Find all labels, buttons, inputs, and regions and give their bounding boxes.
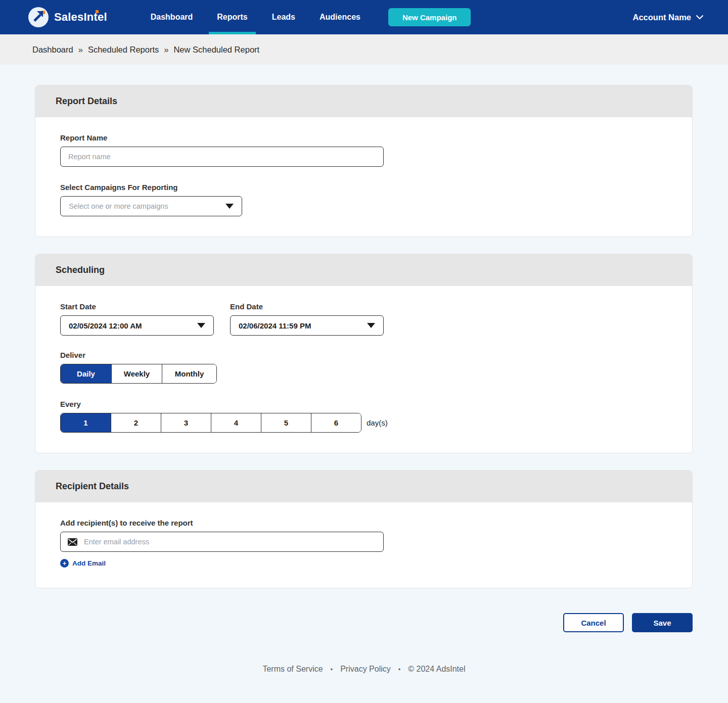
deliver-option-daily[interactable]: Daily — [61, 364, 111, 383]
scheduling-title: Scheduling — [35, 254, 692, 286]
salesintel-logo-icon — [28, 7, 49, 27]
cancel-button[interactable]: Cancel — [563, 613, 624, 632]
add-email-button[interactable]: + Add Email — [60, 559, 106, 568]
main-content: Report Details Report Name Select Campai… — [0, 65, 728, 588]
chevron-down-icon — [696, 15, 704, 20]
triangle-down-icon — [367, 323, 375, 328]
every-label: Every — [60, 400, 667, 408]
every-segmented-control: 1 2 3 4 5 6 — [60, 413, 361, 433]
email-input-container — [60, 532, 384, 552]
every-option-6[interactable]: 6 — [311, 413, 361, 432]
recipient-details-card: Recipient Details Add recipient(s) to re… — [35, 470, 693, 588]
select-campaigns-label: Select Campaigns For Reporting — [60, 183, 667, 192]
top-navbar: SalesIntel Dashboard Reports Leads Audie… — [0, 0, 728, 34]
deliver-option-weekly[interactable]: Weekly — [111, 364, 162, 383]
campaigns-select[interactable]: Select one or more campaigns — [60, 196, 242, 216]
scheduling-card: Scheduling Start Date 02/05/2024 12:00 A… — [35, 254, 693, 453]
nav-item-dashboard[interactable]: Dashboard — [139, 0, 205, 34]
end-date-value: 02/06/2024 11:59 PM — [239, 321, 311, 330]
page-footer: Terms of Service • Privacy Policy • © 20… — [0, 665, 728, 688]
recipient-email-input[interactable] — [83, 537, 376, 546]
nav-item-audiences[interactable]: Audiences — [307, 0, 373, 34]
account-menu[interactable]: Account Name — [632, 13, 704, 22]
breadcrumb-dashboard[interactable]: Dashboard — [32, 45, 73, 55]
report-details-title: Report Details — [35, 85, 692, 117]
start-date-field: Start Date 02/05/2024 12:00 AM — [60, 302, 214, 336]
start-date-select[interactable]: 02/05/2024 12:00 AM — [60, 315, 214, 336]
breadcrumb-separator: » — [164, 45, 168, 55]
end-date-field: End Date 02/06/2024 11:59 PM — [230, 302, 384, 336]
nav-item-reports[interactable]: Reports — [205, 0, 259, 34]
end-date-label: End Date — [230, 302, 384, 311]
triangle-down-icon — [225, 204, 234, 209]
breadcrumb-new-scheduled-report: New Scheduled Report — [173, 45, 259, 55]
add-recipients-label: Add recipient(s) to receive the report — [60, 519, 667, 527]
footer-separator: • — [398, 666, 401, 673]
copyright-text: © 2024 AdsIntel — [408, 665, 465, 674]
every-option-2[interactable]: 2 — [111, 413, 161, 432]
nav-item-leads[interactable]: Leads — [260, 0, 307, 34]
deliver-option-monthly[interactable]: Monthly — [162, 364, 216, 383]
report-details-card: Report Details Report Name Select Campai… — [35, 85, 693, 237]
brand-name: SalesIntel — [54, 11, 107, 24]
deliver-label: Deliver — [60, 351, 667, 359]
every-option-4[interactable]: 4 — [211, 413, 261, 432]
brand-logo[interactable]: SalesIntel — [28, 7, 107, 27]
envelope-icon — [68, 538, 77, 546]
breadcrumb-separator: » — [78, 45, 83, 55]
terms-of-service-link[interactable]: Terms of Service — [262, 665, 323, 674]
privacy-policy-link[interactable]: Privacy Policy — [340, 665, 391, 674]
end-date-select[interactable]: 02/06/2024 11:59 PM — [230, 315, 384, 336]
every-option-3[interactable]: 3 — [161, 413, 211, 432]
start-date-label: Start Date — [60, 302, 214, 311]
deliver-segmented-control: Daily Weekly Monthly — [60, 364, 217, 384]
save-button[interactable]: Save — [632, 613, 693, 632]
new-campaign-button[interactable]: New Campaign — [388, 8, 471, 26]
breadcrumb: Dashboard » Scheduled Reports » New Sche… — [0, 34, 728, 65]
account-name-label: Account Name — [632, 13, 691, 22]
add-email-label: Add Email — [72, 559, 106, 567]
triangle-down-icon — [197, 323, 205, 328]
form-actions: Cancel Save — [35, 613, 693, 632]
campaigns-select-placeholder: Select one or more campaigns — [69, 202, 168, 210]
recipient-details-title: Recipient Details — [35, 471, 692, 502]
start-date-value: 02/05/2024 12:00 AM — [69, 321, 142, 330]
main-nav: Dashboard Reports Leads Audiences — [139, 0, 373, 34]
report-name-label: Report Name — [60, 133, 667, 142]
every-unit-label: day(s) — [367, 418, 388, 427]
breadcrumb-scheduled-reports[interactable]: Scheduled Reports — [88, 45, 159, 55]
plus-circle-icon: + — [60, 559, 69, 568]
every-option-1[interactable]: 1 — [61, 413, 111, 432]
footer-separator: • — [331, 666, 333, 673]
every-option-5[interactable]: 5 — [261, 413, 311, 432]
report-name-input[interactable] — [60, 147, 384, 167]
